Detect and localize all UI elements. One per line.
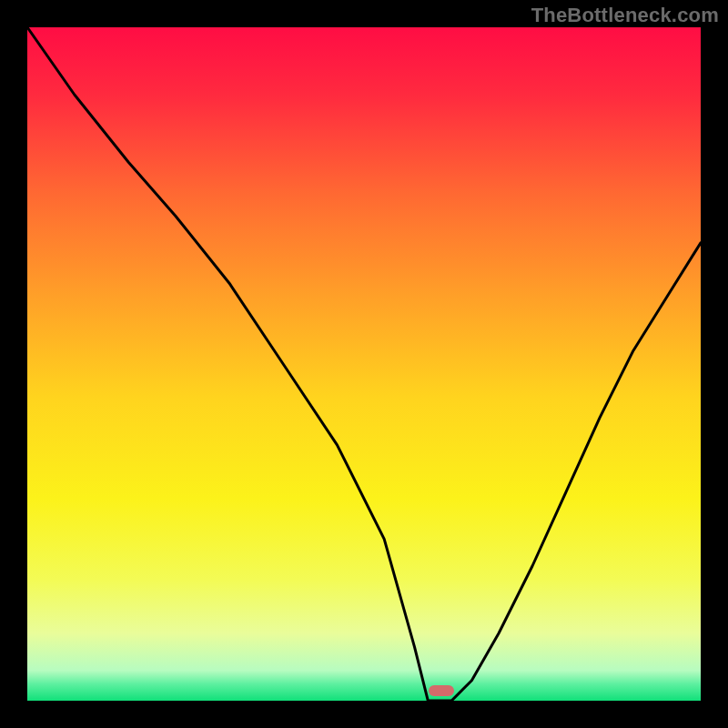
bottleneck-curve-path xyxy=(27,27,701,701)
watermark-text: TheBottleneck.com xyxy=(531,4,719,27)
chart-plot-area xyxy=(27,27,701,701)
optimum-marker xyxy=(429,685,454,696)
bottleneck-curve-svg xyxy=(27,27,701,701)
